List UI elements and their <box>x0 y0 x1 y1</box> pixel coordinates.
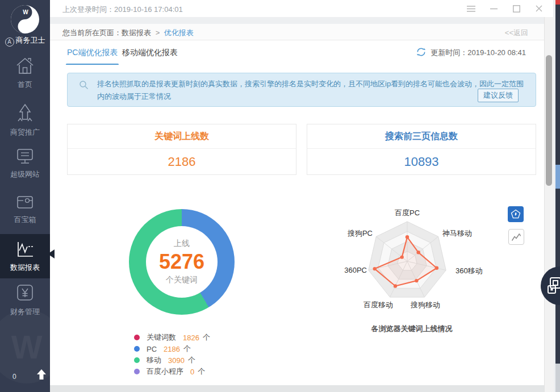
stat-card-title: 关键词上线数 <box>68 124 296 149</box>
radar-caption: 各浏览器关键词上线情况 <box>329 324 494 334</box>
up-arrow-icon[interactable] <box>36 369 47 382</box>
main-content: 排名快照抓取的是报表更新时刻的真实数据，搜索引擎的排名是实时变化的，且不同地区i… <box>50 65 544 385</box>
radar-axis-label: 360移动 <box>455 266 483 276</box>
brand: A商务卫士 <box>0 35 50 47</box>
report-chart-icon <box>14 241 36 258</box>
vertical-scrollbar[interactable] <box>544 17 554 392</box>
sidebar-bottom-count: 0 <box>12 373 16 381</box>
sidebar-item-label: 百宝箱 <box>0 215 50 225</box>
legend-item-mobile[interactable]: 移动 3090 个 <box>134 355 210 366</box>
sidebar-item-home[interactable]: 首页 <box>0 57 50 90</box>
donut-center-bottom: 个关键词 <box>166 275 198 285</box>
app-window: { "titlebar": { "last_login": "上次登录时间：20… <box>0 0 560 392</box>
tabbar: PC端优化报表 移动端优化报表 更新时间：2019-10-20 08:41 <box>50 40 544 65</box>
sidebar-item-toolbox[interactable]: 百宝箱 <box>0 194 50 225</box>
brand-badge-icon: A <box>5 37 14 47</box>
donut-center: 上线 5276 个关键词 <box>146 226 218 298</box>
background-window-close-sliver <box>555 0 560 5</box>
legend-unit: 个 <box>203 332 210 343</box>
refresh-zone: 更新时间：2019-10-20 08:41 <box>416 47 526 59</box>
titlebar: 上次登录时间：2019-10-16 17:04:01 <box>50 0 553 17</box>
chart-legend: 关键词数 1826 个 PC 2186 个 移动 3090 个 百度小程序 0 … <box>134 332 210 377</box>
radar-axis-label: 360PC <box>337 266 367 274</box>
radar-axis-label: 神马移动 <box>442 228 472 239</box>
scrollbar-thumb[interactable] <box>546 55 552 186</box>
stat-card-title: 搜索前三页信息数 <box>307 124 536 149</box>
stat-card-value: 10893 <box>307 149 536 174</box>
legend-label: PC <box>147 345 157 353</box>
line-chart-button[interactable] <box>508 229 524 245</box>
back-link[interactable]: <<返回 <box>505 28 528 38</box>
refresh-icon[interactable] <box>416 47 426 59</box>
radar-axis-label: 百度移动 <box>360 300 393 310</box>
sidebar-item-label: 商贸推广 <box>0 127 50 137</box>
sidebar: W A商务卫士 首页 商贸推广 超级网站 <box>0 0 50 392</box>
qr-code-icon <box>545 276 560 295</box>
tab-mobile-report[interactable]: 移动端优化报表 <box>122 48 178 58</box>
donut-center-value: 5276 <box>159 250 204 274</box>
line-chart-icon <box>511 232 521 241</box>
promotion-arrow-icon <box>15 103 35 123</box>
breadcrumb-section: 数据报表 <box>122 28 151 37</box>
sidebar-item-label: 数据报表 <box>0 262 50 273</box>
notice-banner: 排名快照抓取的是报表更新时刻的真实数据，搜索引擎的排名是实时变化的，且不同地区i… <box>67 73 536 107</box>
active-item-notch-icon <box>48 249 55 258</box>
background-window-edge <box>555 0 560 392</box>
legend-unit: 个 <box>188 355 195 365</box>
sidebar-item-label: 首页 <box>0 80 50 90</box>
sidebar-item-promotion[interactable]: 商贸推广 <box>0 103 50 137</box>
radar-chart: 百度PC 神马移动 360移动 搜狗移动 百度移动 360PC 搜狗PC 各浏览… <box>329 205 494 335</box>
legend-item-keywords[interactable]: 关键词数 1826 个 <box>134 332 210 343</box>
legend-dot-icon <box>134 357 140 363</box>
radar-axis-label: 搜狗移动 <box>411 300 440 310</box>
notice-text: 排名快照抓取的是报表更新时刻的真实数据，搜索引擎的排名是实时变化的，且不同地区i… <box>97 78 526 103</box>
feedback-button[interactable]: 建议反馈 <box>478 89 519 102</box>
update-time: 更新时间：2019-10-20 08:41 <box>431 48 526 58</box>
website-monitor-icon <box>15 148 35 165</box>
donut-center-top: 上线 <box>174 239 190 249</box>
legend-label: 移动 <box>147 355 161 365</box>
brand-name: 商务卫士 <box>16 36 45 44</box>
legend-item-pc[interactable]: PC 2186 个 <box>134 343 210 355</box>
radar-axis-label: 搜狗PC <box>337 228 373 239</box>
legend-item-baidu-miniapp[interactable]: 百度小程序 0 个 <box>134 366 210 377</box>
stat-card-keywords-online: 关键词上线数 2186 <box>67 124 296 175</box>
last-login-time: 上次登录时间：2019-10-16 17:04:01 <box>62 5 183 15</box>
tab-pc-report[interactable]: PC端优化报表 <box>67 48 118 58</box>
home-icon <box>15 57 35 75</box>
legend-unit: 个 <box>183 344 191 354</box>
toolbox-icon <box>15 194 35 210</box>
donut-chart: 上线 5276 个关键词 <box>129 209 235 315</box>
close-icon[interactable] <box>533 4 545 13</box>
svg-text:W: W <box>23 9 28 15</box>
legend-value: 1826 <box>183 333 199 342</box>
legend-dot-icon <box>134 335 140 340</box>
legend-value: 2186 <box>164 345 180 353</box>
legend-label: 百度小程序 <box>147 366 183 377</box>
legend-label: 关键词数 <box>147 332 176 343</box>
legend-unit: 个 <box>198 366 205 377</box>
sidebar-item-website[interactable]: 超级网站 <box>0 148 50 180</box>
legend-dot-icon <box>134 369 140 374</box>
stat-card-value: 2186 <box>68 149 296 174</box>
radar-chart-icon <box>510 208 521 220</box>
search-icon <box>79 80 89 91</box>
finance-yuan-icon <box>15 283 35 302</box>
background-window-blue-sliver <box>555 165 560 189</box>
breadcrumb-current[interactable]: 优化报表 <box>164 28 194 37</box>
maximize-icon[interactable] <box>510 4 523 13</box>
radar-chart-button[interactable] <box>508 206 524 222</box>
legend-value: 0 <box>190 368 194 376</box>
legend-value: 3090 <box>168 356 185 365</box>
breadcrumb: 您当前所在页面：数据报表 > 优化报表 <box>62 28 194 38</box>
background-window-gray-sliver <box>555 364 560 392</box>
breadcrumb-prefix: 您当前所在页面： <box>62 28 122 37</box>
minimize-icon[interactable] <box>487 4 500 13</box>
breadcrumb-bar: 您当前所在页面：数据报表 > 优化报表 <<返回 <box>50 24 544 40</box>
bottom-strip <box>50 385 544 392</box>
breadcrumb-separator: > <box>156 28 160 37</box>
radar-axis-label: 百度PC <box>395 208 420 218</box>
stat-card-top3-pages: 搜索前三页信息数 10893 <box>307 124 536 175</box>
sidebar-item-reports[interactable]: 数据报表 <box>0 234 50 278</box>
hamburger-menu-icon[interactable] <box>465 4 477 13</box>
